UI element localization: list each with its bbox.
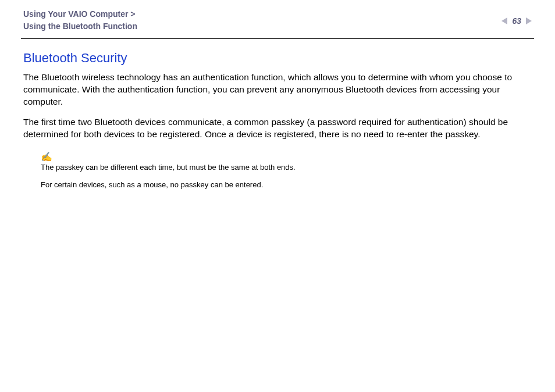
note-text-1: The passkey can be different each time, …	[41, 162, 532, 173]
page-header: Using Your VAIO Computer > Using the Blu…	[0, 0, 555, 38]
note-text-2: For certain devices, such as a mouse, no…	[41, 180, 532, 190]
next-page-icon[interactable]	[526, 17, 532, 24]
page-number: 63	[512, 16, 521, 26]
section-title: Bluetooth Security	[23, 51, 532, 66]
paragraph-2: The first time two Bluetooth devices com…	[23, 116, 532, 141]
note-block: ✍ The passkey can be different each time…	[41, 151, 532, 190]
note-icon: ✍	[41, 151, 532, 162]
header-divider	[21, 38, 534, 39]
breadcrumb-line2: Using the Bluetooth Function	[23, 20, 137, 33]
prev-page-icon[interactable]	[501, 17, 507, 24]
page-content: Bluetooth Security The Bluetooth wireles…	[0, 51, 555, 190]
page-nav: 63	[501, 8, 532, 26]
breadcrumb: Using Your VAIO Computer > Using the Blu…	[23, 8, 137, 33]
breadcrumb-line1: Using Your VAIO Computer >	[23, 8, 137, 20]
paragraph-1: The Bluetooth wireless technology has an…	[23, 72, 532, 108]
